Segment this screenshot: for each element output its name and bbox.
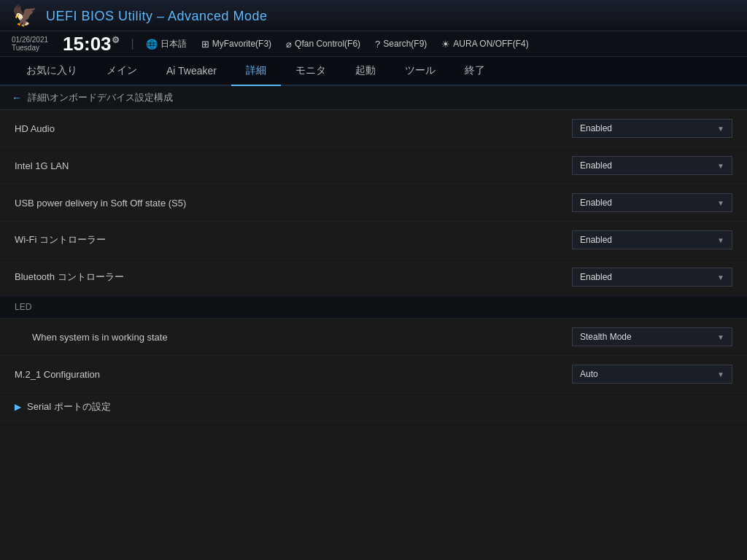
- tab-detail[interactable]: 詳細: [231, 57, 281, 86]
- wifi-label: Wi-Fi コントローラー: [15, 233, 572, 246]
- toolbar-myfavorite[interactable]: ⊞ MyFavorite(F3): [201, 39, 271, 50]
- setting-intel-lan: Intel 1G LAN Enabled ▼: [0, 147, 747, 184]
- chevron-down-icon: ▼: [717, 370, 724, 378]
- led-section-header: LED: [0, 296, 747, 319]
- m2-config-dropdown[interactable]: Auto ▼: [572, 365, 732, 384]
- hd-audio-dropdown[interactable]: Enabled ▼: [572, 119, 732, 138]
- serial-port-row[interactable]: ▶ Serial ポートの設定: [0, 393, 747, 421]
- breadcrumb-text: 詳細\オンボードデバイス設定構成: [28, 91, 173, 104]
- title-part1: UEFI BIOS Utility –: [46, 9, 168, 23]
- date-text: 01/26/2021: [12, 36, 48, 44]
- chevron-down-icon: ▼: [717, 199, 724, 207]
- setting-wifi: Wi-Fi コントローラー Enabled ▼: [0, 222, 747, 259]
- bluetooth-dropdown[interactable]: Enabled ▼: [572, 268, 732, 287]
- setting-hd-audio: HD Audio Enabled ▼: [0, 110, 747, 147]
- chevron-down-icon: ▼: [717, 236, 724, 244]
- logo-area: 🦅: [12, 6, 37, 26]
- intel-lan-dropdown[interactable]: Enabled ▼: [572, 156, 732, 175]
- datetime-area: 01/26/2021 Tuesday: [12, 36, 48, 52]
- toolbar-items: 🌐 日本語 ⊞ MyFavorite(F3) ⌀ Qfan Control(F6…: [146, 38, 735, 50]
- breadcrumb: ← 詳細\オンボードデバイス設定構成: [0, 86, 747, 110]
- gear-icon[interactable]: ⚙: [112, 35, 120, 45]
- usb-power-dropdown[interactable]: Enabled ▼: [572, 193, 732, 212]
- tab-monitor[interactable]: モニタ: [281, 57, 341, 85]
- tab-favorites[interactable]: お気に入り: [12, 57, 92, 85]
- hd-audio-label: HD Audio: [15, 123, 572, 134]
- setting-bluetooth: Bluetooth コントローラー Enabled ▼: [0, 259, 747, 296]
- led-working-dropdown[interactable]: Stealth Mode ▼: [572, 327, 732, 346]
- day-text: Tuesday: [12, 44, 48, 52]
- tab-tool[interactable]: ツール: [390, 57, 450, 85]
- setting-m2-config: M.2_1 Configuration Auto ▼: [0, 356, 747, 393]
- back-arrow[interactable]: ←: [12, 92, 22, 104]
- expand-icon: ▶: [15, 402, 21, 412]
- chevron-down-icon: ▼: [717, 333, 724, 341]
- chevron-down-icon: ▼: [717, 273, 724, 281]
- tab-main[interactable]: メイン: [92, 57, 152, 85]
- setting-usb-power: USB power delivery in Soft Off state (S5…: [0, 184, 747, 222]
- bios-title: UEFI BIOS Utility – Advanced Mode: [46, 9, 268, 24]
- led-working-label: When system is in working state: [15, 332, 572, 343]
- toolbar-aura[interactable]: ☀ AURA ON/OFF(F4): [441, 39, 528, 50]
- aura-icon: ☀: [441, 39, 450, 50]
- top-bar: 🦅 UEFI BIOS Utility – Advanced Mode: [0, 0, 747, 31]
- settings-area: HD Audio Enabled ▼ Intel 1G LAN Enabled …: [0, 110, 747, 560]
- search-icon: ?: [375, 39, 380, 50]
- myfavorite-icon: ⊞: [201, 39, 209, 50]
- nav-bar: お気に入り メイン Ai Tweaker 詳細 モニタ 起動 ツール 終了: [0, 57, 747, 86]
- qfan-icon: ⌀: [286, 39, 292, 50]
- tab-boot[interactable]: 起動: [341, 57, 390, 85]
- toolbar-search[interactable]: ? Search(F9): [375, 39, 427, 50]
- time-bar: 01/26/2021 Tuesday 15:03⚙ | 🌐 日本語 ⊞ MyFa…: [0, 31, 747, 57]
- logo-icon: 🦅: [12, 6, 37, 26]
- serial-port-label: Serial ポートの設定: [27, 400, 111, 413]
- title-part2: Advanced Mode: [168, 9, 268, 23]
- chevron-down-icon: ▼: [717, 162, 724, 170]
- chevron-down-icon: ▼: [717, 125, 724, 133]
- wifi-dropdown[interactable]: Enabled ▼: [572, 230, 732, 249]
- tab-ai-tweaker[interactable]: Ai Tweaker: [152, 57, 231, 85]
- setting-led-working: When system is in working state Stealth …: [0, 319, 747, 356]
- m2-config-label: M.2_1 Configuration: [15, 369, 572, 380]
- tab-exit[interactable]: 終了: [450, 57, 500, 85]
- toolbar-qfan[interactable]: ⌀ Qfan Control(F6): [286, 39, 360, 50]
- bluetooth-label: Bluetooth コントローラー: [15, 271, 572, 284]
- toolbar-language[interactable]: 🌐 日本語: [146, 38, 187, 50]
- time-display: 15:03⚙: [63, 34, 120, 53]
- language-icon: 🌐: [146, 39, 158, 50]
- usb-power-label: USB power delivery in Soft Off state (S5…: [15, 198, 572, 209]
- intel-lan-label: Intel 1G LAN: [15, 160, 572, 171]
